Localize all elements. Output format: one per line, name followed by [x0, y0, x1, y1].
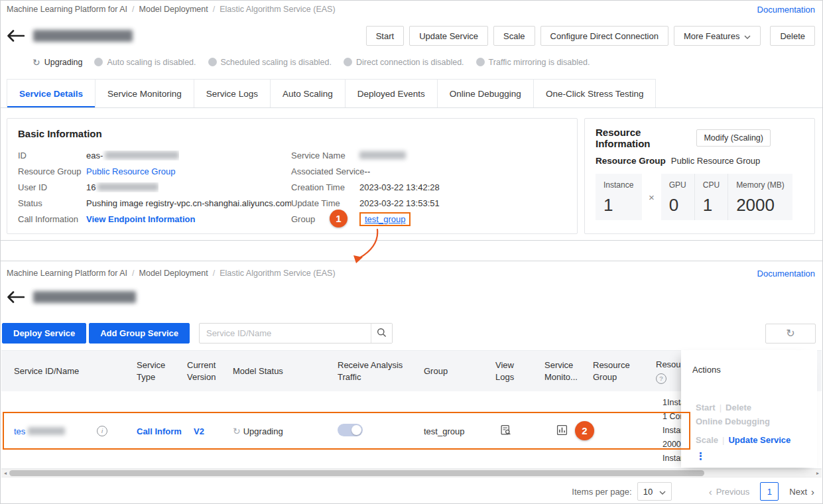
toggle-knob — [351, 425, 361, 435]
add-group-service-button[interactable]: Add Group Service — [89, 323, 190, 344]
associated-service-value: -- — [365, 166, 371, 176]
action-online-debugging[interactable]: Online Debugging — [696, 416, 770, 426]
tab-online-debugging[interactable]: Online Debugging — [438, 79, 534, 107]
action-scale[interactable]: Scale — [696, 435, 718, 445]
user-id-label: User ID — [18, 182, 86, 192]
horizontal-scrollbar[interactable]: ◂ ▸ — [1, 469, 822, 477]
chevron-down-icon — [744, 31, 751, 41]
previous-page-button[interactable]: ‹ Previous — [709, 487, 750, 497]
instance-label: Instance — [603, 180, 634, 190]
view-logs-icon[interactable] — [500, 424, 511, 438]
basic-information-fields: ID eas- Resource Group Public Resource G… — [18, 147, 566, 227]
update-service-button[interactable]: Update Service — [409, 26, 488, 46]
search-icon — [377, 328, 387, 340]
associated-service-label: Associated Service — [291, 166, 365, 176]
basic-info-column-right: Service Name Associated Service -- Creat… — [291, 147, 440, 227]
documentation-link[interactable]: Documentation — [757, 269, 815, 279]
scrollbar-thumb[interactable] — [9, 470, 704, 476]
update-service-button-label: Update Service — [419, 31, 478, 41]
scale-button-label: Scale — [503, 31, 525, 41]
scale-button[interactable]: Scale — [493, 26, 535, 46]
tab-deployed-events[interactable]: Deployed Events — [346, 79, 438, 107]
redacted-group-title — [33, 291, 136, 303]
items-per-page-select[interactable]: 10 — [637, 482, 672, 501]
version-link[interactable]: V2 — [194, 426, 204, 436]
back-arrow-icon[interactable] — [7, 291, 25, 303]
breadcrumb: Machine Learning Platform for AI / Model… — [7, 267, 815, 279]
tab-auto-scaling[interactable]: Auto Scaling — [271, 79, 346, 107]
id-label: ID — [18, 151, 86, 160]
service-name-cell: tes — [14, 424, 65, 438]
start-button[interactable]: Start — [366, 26, 404, 46]
search-button[interactable] — [371, 324, 392, 343]
documentation-link[interactable]: Documentation — [757, 5, 815, 15]
action-update-service[interactable]: Update Service — [728, 435, 791, 445]
header-resource-group: Resource Group — [593, 351, 641, 392]
info-icon[interactable]: i — [97, 426, 107, 436]
basic-info-column-left: ID eas- Resource Group Public Resource G… — [18, 147, 291, 227]
status-flag-direct-connection: Direct connection is disabled. — [344, 58, 464, 67]
group-link[interactable]: test_group — [365, 214, 405, 224]
breadcrumb-item-ml-platform[interactable]: Machine Learning Platform for AI — [7, 269, 127, 278]
actions-line-3: Scale|Update Service — [696, 433, 791, 447]
service-action-buttons: Start Update Service Scale Configure Dir… — [366, 26, 815, 46]
scrollbar-left-arrow[interactable]: ◂ — [1, 470, 9, 477]
header-group: Group — [424, 351, 464, 392]
model-status-label: Upgrading — [243, 426, 283, 436]
help-icon[interactable]: ? — [656, 373, 666, 384]
receive-traffic-toggle[interactable] — [338, 424, 363, 436]
resource-information-card: Resource Information Modify (Scaling) Re… — [584, 118, 815, 234]
action-delete[interactable]: Delete — [726, 403, 751, 412]
call-information-link[interactable]: Call Inform — [137, 426, 182, 436]
resource-group-link[interactable]: Public Resource Group — [86, 166, 175, 176]
tab-one-click-stress-testing[interactable]: One-Click Stress Testing — [534, 79, 657, 107]
tab-service-logs[interactable]: Service Logs — [194, 79, 271, 107]
next-page-button[interactable]: Next › — [789, 487, 814, 497]
group-list-panel: Machine Learning Platform for AI / Model… — [1, 261, 822, 504]
cpu-label: CPU — [703, 180, 720, 190]
resource-information-title: Resource Information — [596, 127, 696, 149]
more-actions-icon[interactable]: ⋮ — [696, 449, 791, 463]
breadcrumb-item-ml-platform[interactable]: Machine Learning Platform for AI — [7, 5, 127, 14]
configure-direct-connection-button[interactable]: Configure Direct Connection — [540, 26, 668, 46]
tab-service-details[interactable]: Service Details — [7, 79, 95, 107]
status-flag-scheduled-scaling: Scheduled scaling is disabled. — [208, 58, 332, 67]
row-upgrading-spinner-icon: ↻ — [233, 426, 241, 436]
status-value: Pushing image registry-vpc.cn-shanghai.a… — [86, 198, 291, 208]
disabled-flag-icon — [344, 58, 352, 66]
gpu-cell: GPU 0 — [661, 174, 694, 220]
field-status: Status Pushing image registry-vpc.cn-sha… — [18, 195, 291, 211]
redacted-service-title — [33, 30, 133, 42]
action-separator: | — [722, 435, 724, 445]
action-start[interactable]: Start — [696, 403, 716, 412]
resource-group-label: Resource Group — [18, 166, 86, 176]
resource-group-value: Public Resource Group — [671, 156, 760, 166]
deploy-service-button[interactable]: Deploy Service — [2, 323, 86, 344]
modify-scaling-button[interactable]: Modify (Scaling) — [696, 129, 771, 147]
service-name-link[interactable]: tes — [14, 426, 25, 436]
actions-header: Actions — [681, 350, 817, 375]
status-label: Status — [18, 198, 86, 208]
search-input[interactable] — [200, 324, 371, 343]
scrollbar-right-arrow[interactable]: ▸ — [814, 470, 822, 477]
breadcrumb-separator: / — [213, 269, 215, 278]
more-features-button[interactable]: More Features — [674, 26, 761, 46]
delete-button[interactable]: Delete — [770, 26, 815, 46]
cpu-cell: CPU 1 — [694, 174, 728, 220]
breadcrumb-item-model-deployment[interactable]: Model Deployment — [139, 269, 208, 278]
field-id: ID eas- — [18, 147, 291, 163]
tab-service-monitoring[interactable]: Service Monitoring — [95, 79, 194, 107]
annotation-step-2: 2 — [575, 421, 594, 440]
breadcrumb-item-model-deployment[interactable]: Model Deployment — [139, 5, 208, 14]
field-resource-group: Resource Group Public Resource Group — [18, 163, 291, 179]
refresh-button[interactable]: ↻ — [765, 324, 816, 344]
view-endpoint-information-link[interactable]: View Endpoint Information — [86, 214, 195, 224]
creation-time-value: 2023-03-22 13:42:28 — [359, 182, 440, 192]
back-arrow-icon[interactable] — [7, 30, 25, 42]
gpu-label: GPU — [669, 180, 686, 190]
breadcrumb-item-eas: Elastic Algorithm Service (EAS) — [220, 269, 335, 278]
actions-panel: Actions Start|Delete Online Debugging Sc… — [681, 350, 817, 468]
call-information-label: Call Information — [18, 214, 86, 224]
current-page[interactable]: 1 — [760, 482, 779, 501]
monitoring-chart-icon[interactable] — [556, 424, 568, 438]
